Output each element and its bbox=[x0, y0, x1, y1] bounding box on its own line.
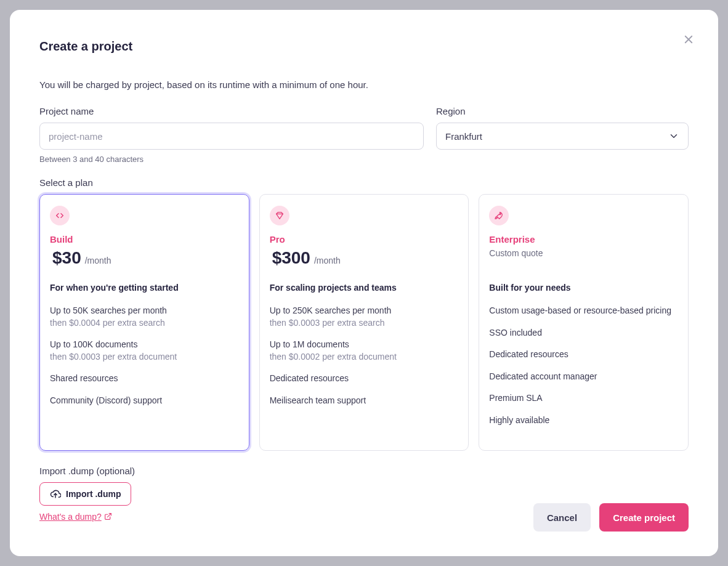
plan-card-build[interactable]: Build $30 /month For when you're getting… bbox=[39, 194, 249, 451]
plan-feature: Premium SLA bbox=[489, 392, 678, 405]
plan-feature: SSO included bbox=[489, 327, 678, 339]
plan-headline: For when you're getting started bbox=[50, 283, 239, 293]
project-name-helper: Between 3 and 40 characters bbox=[39, 155, 424, 164]
import-dump-label: Import .dump (optional) bbox=[39, 466, 689, 476]
plans-grid: Build $30 /month For when you're getting… bbox=[39, 194, 689, 451]
whats-a-dump-link[interactable]: What's a dump? bbox=[39, 512, 112, 522]
cloud-upload-icon bbox=[50, 488, 61, 499]
plan-card-pro[interactable]: Pro $300 /month For scaling projects and… bbox=[259, 194, 469, 451]
select-plan-label: Select a plan bbox=[39, 177, 689, 188]
plan-headline: For scaling projects and teams bbox=[270, 283, 459, 293]
diamond-icon bbox=[270, 206, 289, 225]
region-label: Region bbox=[436, 106, 689, 116]
svg-line-4 bbox=[107, 514, 111, 517]
plan-period: /month bbox=[314, 256, 341, 265]
project-name-label: Project name bbox=[39, 106, 424, 116]
project-name-input[interactable] bbox=[39, 123, 424, 150]
plan-name: Pro bbox=[270, 234, 459, 245]
svg-point-2 bbox=[500, 214, 501, 215]
close-button[interactable] bbox=[681, 32, 696, 47]
plan-feature: Meilisearch team support bbox=[270, 395, 459, 407]
plan-feature: Highly available bbox=[489, 414, 678, 427]
external-link-icon bbox=[104, 512, 112, 520]
plan-price: $30 bbox=[52, 248, 81, 268]
plan-custom-quote: Custom quote bbox=[489, 248, 678, 258]
plan-feature: Up to 50K searches per month then $0.000… bbox=[50, 305, 239, 329]
plan-feature: Shared resources bbox=[50, 373, 239, 385]
plan-name: Enterprise bbox=[489, 234, 678, 245]
plan-period: /month bbox=[85, 256, 111, 265]
plan-feature: Up to 1M documents then $0.0002 per extr… bbox=[270, 339, 459, 363]
import-dump-button[interactable]: Import .dump bbox=[39, 482, 131, 506]
charge-note: You will be charged by project, based on… bbox=[39, 79, 689, 90]
modal-title: Create a project bbox=[39, 39, 689, 54]
plan-headline: Built for your needs bbox=[489, 283, 678, 293]
create-project-button[interactable]: Create project bbox=[599, 503, 689, 532]
plan-feature: Up to 250K searches per month then $0.00… bbox=[270, 305, 459, 329]
plan-feature: Dedicated resources bbox=[270, 373, 459, 385]
region-select[interactable]: Frankfurt bbox=[436, 123, 689, 150]
cancel-button[interactable]: Cancel bbox=[533, 503, 591, 532]
region-selected-value: Frankfurt bbox=[445, 131, 482, 142]
code-icon bbox=[50, 206, 70, 225]
plan-feature: Community (Discord) support bbox=[50, 395, 239, 407]
plan-feature: Dedicated resources bbox=[489, 349, 678, 361]
create-project-modal: Create a project You will be charged by … bbox=[10, 10, 718, 556]
plan-name: Build bbox=[50, 234, 239, 245]
plan-card-enterprise[interactable]: Enterprise Custom quote Built for your n… bbox=[479, 194, 689, 451]
plan-price: $300 bbox=[272, 248, 310, 268]
plan-feature: Up to 100K documents then $0.0003 per ex… bbox=[50, 339, 239, 363]
plan-feature: Custom usage-based or resource-based pri… bbox=[489, 305, 678, 317]
modal-footer: Cancel Create project bbox=[533, 503, 689, 532]
close-icon bbox=[683, 34, 694, 45]
chevron-down-icon bbox=[668, 131, 679, 142]
plan-feature: Dedicated account manager bbox=[489, 371, 678, 383]
rocket-icon bbox=[489, 206, 509, 225]
